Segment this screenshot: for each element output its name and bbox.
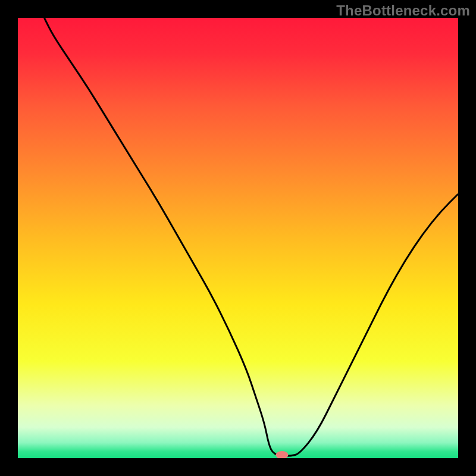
chart-canvas (18, 18, 458, 458)
watermark-label: TheBottleneck.com (336, 2, 470, 19)
chart-plot-area (18, 18, 458, 458)
gradient-background (18, 18, 458, 458)
chart-frame: TheBottleneck.com (0, 0, 476, 476)
